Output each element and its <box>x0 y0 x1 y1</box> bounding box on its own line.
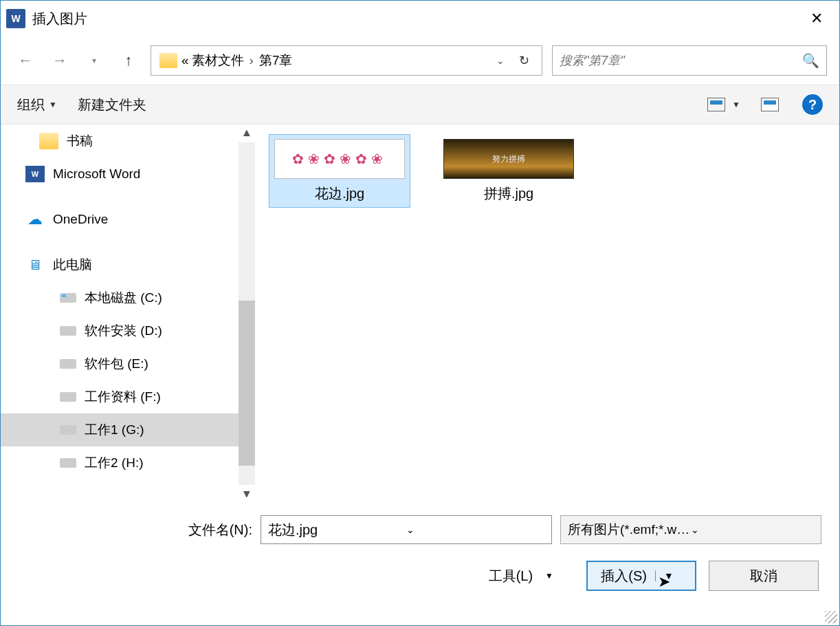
breadcrumb[interactable]: « 素材文件 › 第7章 <box>181 52 496 69</box>
chevron-down-icon: ▼ <box>49 100 57 109</box>
sidebar-item-label: 软件包 (E:) <box>85 355 148 373</box>
tools-button[interactable]: 工具(L) ▼ <box>489 567 553 585</box>
view-icon <box>707 98 725 111</box>
drive-icon <box>60 392 76 402</box>
titlebar: W 插入图片 ✕ <box>1 1 839 36</box>
sidebar-item-drive-g[interactable]: 工作1 (G:) <box>1 413 255 446</box>
sidebar-item-label: 工作1 (G:) <box>85 421 144 439</box>
file-list[interactable]: 花边.jpg 努力拼搏 拼搏.jpg <box>255 125 839 503</box>
sidebar-item-label: 此电脑 <box>53 256 92 274</box>
recent-dropdown[interactable]: ▾ <box>82 48 107 73</box>
dialog-footer: 文件名(N): 花边.jpg ⌄ 所有图片(*.emf;*.wmf;*.jpg;… <box>1 503 839 601</box>
cancel-button[interactable]: 取消 <box>709 561 819 591</box>
preview-pane-button[interactable] <box>761 98 782 111</box>
cloud-icon: ☁ <box>25 211 45 228</box>
chevron-down-icon[interactable]: ⌄ <box>406 524 544 535</box>
folder-icon <box>159 53 177 68</box>
navigation-bar: ← → ▾ ↑ « 素材文件 › 第7章 ⌄ ↻ 🔍 <box>1 36 839 85</box>
sidebar-item-label: 工作2 (H:) <box>85 454 144 472</box>
chevron-down-icon: ▼ <box>732 100 740 109</box>
view-mode-button[interactable]: ▼ <box>707 98 740 111</box>
sidebar-item-onedrive[interactable]: ☁ OneDrive <box>1 203 255 236</box>
filetype-value: 所有图片(*.emf;*.wmf;*.jpg;*.jpeg;*.png;*.bm… <box>568 521 691 539</box>
sidebar-item-drive-e[interactable]: 软件包 (E:) <box>1 347 255 380</box>
new-folder-label: 新建文件夹 <box>78 96 146 114</box>
sidebar-item-drive-c[interactable]: 本地磁盘 (C:) <box>1 281 255 314</box>
scroll-up-icon[interactable]: ⯅ <box>239 125 255 142</box>
word-app-icon: W <box>6 9 25 28</box>
sidebar-item-label: Microsoft Word <box>53 166 140 182</box>
cancel-label: 取消 <box>750 567 777 585</box>
address-dropdown-icon[interactable]: ⌄ <box>496 55 505 66</box>
search-input[interactable] <box>560 54 802 68</box>
breadcrumb-parent[interactable]: 素材文件 <box>192 52 244 69</box>
scroll-track[interactable] <box>239 142 255 485</box>
help-button[interactable]: ? <box>802 94 823 115</box>
search-box[interactable]: 🔍 <box>552 45 827 76</box>
sidebar-item-word[interactable]: W Microsoft Word <box>1 158 255 191</box>
breadcrumb-current[interactable]: 第7章 <box>259 52 293 69</box>
organize-label: 组织 <box>17 96 45 114</box>
file-label: 拼搏.jpg <box>441 184 576 203</box>
drive-icon <box>60 293 76 303</box>
tools-label: 工具(L) <box>489 567 533 585</box>
pc-icon: 🖥 <box>25 257 45 273</box>
file-thumbnail <box>274 139 405 179</box>
file-thumbnail: 努力拼搏 <box>443 139 574 179</box>
scroll-thumb[interactable] <box>239 301 255 466</box>
breadcrumb-separator-icon: › <box>250 53 254 68</box>
sidebar-scrollbar[interactable]: ⯅ ⯆ <box>239 125 255 503</box>
resize-grip[interactable] <box>825 611 837 623</box>
file-label: 花边.jpg <box>272 184 407 203</box>
drive-icon <box>60 326 76 336</box>
filename-value: 花边.jpg <box>268 521 406 539</box>
refresh-button[interactable]: ↻ <box>510 53 538 68</box>
close-button[interactable]: ✕ <box>799 1 834 36</box>
new-folder-button[interactable]: 新建文件夹 <box>78 96 146 114</box>
file-item[interactable]: 努力拼搏 拼搏.jpg <box>438 134 579 208</box>
insert-button[interactable]: 插入(S) ▼ ➤ <box>586 561 696 591</box>
sidebar-item-drive-h[interactable]: 工作2 (H:) <box>1 446 255 479</box>
sidebar-item-label: OneDrive <box>53 212 108 227</box>
chevron-down-icon: ⌄ <box>691 524 814 535</box>
preview-pane-icon <box>761 98 779 111</box>
drive-icon <box>60 425 76 435</box>
filename-label: 文件名(N): <box>19 521 252 539</box>
sidebar-item-label: 工作资料 (F:) <box>85 388 161 406</box>
forward-button[interactable]: → <box>47 48 72 73</box>
back-button[interactable]: ← <box>13 48 38 73</box>
up-button[interactable]: ↑ <box>116 48 141 73</box>
file-item[interactable]: 花边.jpg <box>269 134 410 208</box>
filename-input[interactable]: 花边.jpg ⌄ <box>261 515 552 544</box>
sidebar-item-drive-f[interactable]: 工作资料 (F:) <box>1 380 255 413</box>
main-area: 书稿 W Microsoft Word ☁ OneDrive 🖥 此电脑 本地磁… <box>1 125 839 503</box>
chevron-down-icon: ▼ <box>545 571 553 581</box>
window-title: 插入图片 <box>32 10 799 28</box>
sidebar-item-manuscript[interactable]: 书稿 <box>1 125 255 158</box>
sidebar-item-label: 软件安装 (D:) <box>85 322 162 340</box>
sidebar-item-label: 书稿 <box>67 132 93 150</box>
sidebar-item-thispc[interactable]: 🖥 此电脑 <box>1 248 255 281</box>
folder-icon <box>39 133 58 149</box>
breadcrumb-prefix: « <box>181 53 189 68</box>
sidebar-item-drive-d[interactable]: 软件安装 (D:) <box>1 314 255 347</box>
sidebar-item-label: 本地磁盘 (C:) <box>85 289 162 307</box>
toolbar: 组织 ▼ 新建文件夹 ▼ ? <box>1 85 839 125</box>
filetype-dropdown[interactable]: 所有图片(*.emf;*.wmf;*.jpg;*.jpeg;*.png;*.bm… <box>560 515 821 544</box>
insert-label: 插入(S) <box>601 567 647 585</box>
scroll-down-icon[interactable]: ⯆ <box>239 485 255 503</box>
word-icon: W <box>25 166 45 182</box>
insert-split-dropdown[interactable]: ▼ <box>655 570 682 581</box>
address-bar[interactable]: « 素材文件 › 第7章 ⌄ ↻ <box>151 45 542 76</box>
organize-button[interactable]: 组织 ▼ <box>17 96 57 114</box>
drive-icon <box>60 458 76 468</box>
drive-icon <box>60 359 76 369</box>
search-icon[interactable]: 🔍 <box>802 52 819 69</box>
sidebar: 书稿 W Microsoft Word ☁ OneDrive 🖥 此电脑 本地磁… <box>1 125 255 503</box>
